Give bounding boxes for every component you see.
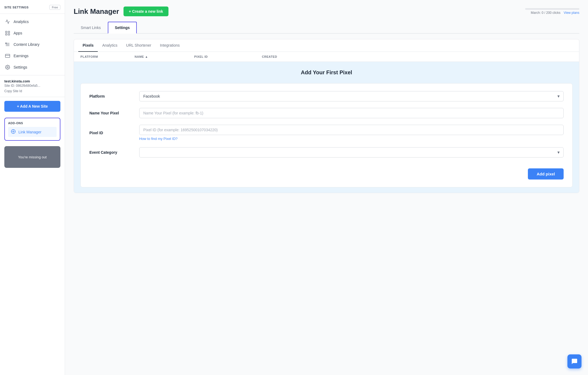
col-platform: PLATFORM [80,55,135,58]
event-category-select[interactable] [139,147,564,158]
name-pixel-input[interactable] [139,108,564,118]
svg-point-12 [13,131,14,132]
add-pixel-title: Add Your First Pixel [80,67,573,78]
sidebar-item-content-library-label: Content Library [14,42,40,47]
btn-area: Add pixel [89,164,564,180]
earnings-icon [5,53,10,59]
addons-label: ADD-ONS [8,121,57,125]
platform-select-wrap: Facebook Google Analytics Twitter Pinter… [139,91,564,101]
pixel-id-label: Pixel ID [89,131,133,135]
apps-icon [5,30,10,36]
svg-rect-2 [8,34,9,35]
name-pixel-row: Name Your Pixel [89,108,564,118]
svg-rect-8 [5,54,10,57]
main-content: Link Manager + Create a new link March: … [65,0,588,375]
svg-rect-1 [8,31,9,33]
pixel-form: Platform Facebook Google Analytics Twitt… [80,83,573,187]
svg-rect-3 [6,34,7,35]
pixel-id-row: Pixel ID How to find my Pixel ID? [89,125,564,141]
content-area: Pixels Analytics URL Shortener Integrati… [74,39,579,193]
main-tabs: Smart Links Settings [74,22,579,34]
sidebar-item-apps[interactable]: Apps [0,27,65,39]
site-id: Site ID: 0862fb680efa5... [4,84,60,88]
link-manager-icon [11,129,16,135]
sidebar-item-settings[interactable]: Settings [0,62,65,73]
site-settings-label: SITE SETTINGS [4,6,29,9]
table-header: PLATFORM NAME ▲ PIXEL ID CREATED [74,52,579,62]
sidebar-item-settings-label: Settings [14,65,27,69]
page-header-left: Link Manager + Create a new link [74,7,168,16]
missing-out-card: You're missing out [4,146,60,168]
tab-smart-links[interactable]: Smart Links [74,22,108,34]
link-manager-label: Link Manager [18,130,41,134]
sidebar-item-apps-label: Apps [14,31,22,35]
name-pixel-label: Name Your Pixel [89,111,133,115]
svg-point-10 [7,67,8,68]
view-plans-link[interactable]: View plans [564,11,579,15]
site-id-label: Site ID: [4,84,15,88]
site-id-value: 0862fb680efa5... [16,84,40,88]
sub-tab-url-shortener[interactable]: URL Shortener [122,39,156,52]
clicks-label: March: 0 / 200 clicks [531,11,560,15]
content-library-icon [5,42,10,47]
create-new-link-button[interactable]: + Create a new link [124,7,168,16]
sub-tabs: Pixels Analytics URL Shortener Integrati… [74,39,579,52]
col-created: CREATED [262,55,316,58]
add-new-site-button[interactable]: + Add A New Site [4,101,60,112]
platform-select[interactable]: Facebook Google Analytics Twitter Pinter… [139,91,564,101]
link-manager-addon[interactable]: Link Manager [8,127,57,137]
sidebar-nav: Analytics Apps Content Library [0,14,65,75]
platform-label: Platform [89,94,133,98]
page-header: Link Manager + Create a new link March: … [74,7,579,16]
add-pixel-button[interactable]: Add pixel [528,168,564,180]
sidebar-item-analytics[interactable]: Analytics [0,16,65,27]
missing-out-text: You're missing out [18,155,47,159]
free-badge: Free [49,5,60,10]
clicks-info: March: 0 / 200 clicks View plans [531,11,579,15]
tab-settings[interactable]: Settings [108,22,137,34]
event-category-row: Event Category ▼ [89,147,564,158]
sidebar: SITE SETTINGS Free Analytics Apps [0,0,65,375]
pixel-id-input[interactable] [139,125,564,135]
sidebar-header: SITE SETTINGS Free [0,0,65,14]
chat-button[interactable] [567,354,581,368]
copy-site-id-button[interactable]: Copy Site Id [4,89,22,93]
sub-tab-analytics[interactable]: Analytics [98,39,122,52]
page-header-right: March: 0 / 200 clicks View plans [525,8,579,15]
settings-icon [5,65,10,70]
addons-section: ADD-ONS Link Manager [4,118,60,141]
col-name: NAME ▲ [135,55,194,58]
analytics-icon [5,19,10,24]
svg-rect-0 [6,31,7,33]
col-pixel-id: PIXEL ID [194,55,262,58]
chat-icon [571,358,578,365]
event-category-label: Event Category [89,150,133,155]
find-pixel-id-link[interactable]: How to find my Pixel ID? [139,137,564,141]
platform-row: Platform Facebook Google Analytics Twitt… [89,91,564,101]
page-title: Link Manager [74,7,119,16]
event-category-select-wrap: ▼ [139,147,564,158]
sub-tab-integrations[interactable]: Integrations [155,39,184,52]
sidebar-item-earnings[interactable]: Earnings [0,50,65,62]
add-pixel-section: Add Your First Pixel Platform Facebook G… [74,62,579,193]
clicks-progress-bar-wrap [525,8,579,10]
sub-tab-pixels[interactable]: Pixels [78,39,98,52]
sidebar-item-analytics-label: Analytics [14,20,29,24]
site-info: test.kinsta.com Site ID: 0862fb680efa5..… [0,75,65,97]
site-domain: test.kinsta.com [4,79,60,83]
sidebar-item-content-library[interactable]: Content Library [0,39,65,50]
pixel-id-field-wrap: How to find my Pixel ID? [139,125,564,141]
sidebar-item-earnings-label: Earnings [14,54,28,58]
